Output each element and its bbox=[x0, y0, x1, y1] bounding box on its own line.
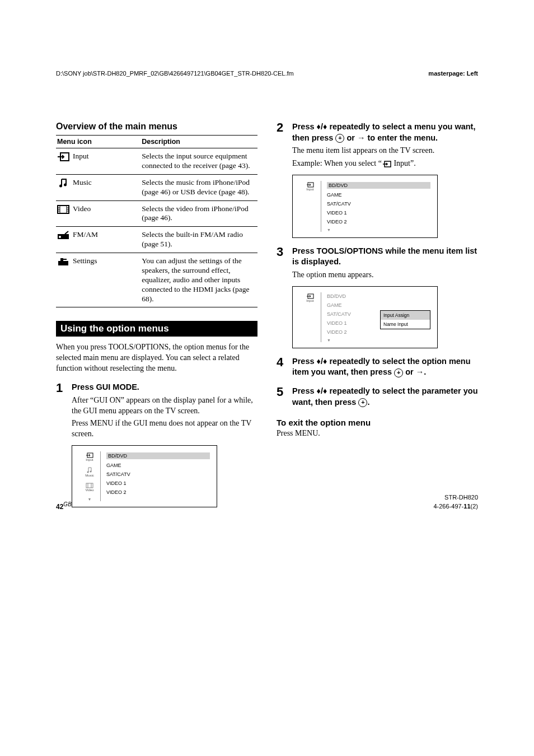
up-down-icon: ♦/♦ bbox=[317, 122, 327, 131]
exit-body: Press MENU. bbox=[277, 428, 478, 439]
table-row: Settings You can adjust the settings of … bbox=[56, 253, 257, 307]
page-number: 42GB bbox=[56, 501, 72, 511]
step-number: 1 bbox=[56, 382, 66, 440]
option-popup: Input Assign Name Input bbox=[380, 310, 430, 329]
input-icon bbox=[57, 152, 69, 162]
step-4: 4 Press ♦/♦ repeatedly to select the opt… bbox=[277, 356, 478, 378]
row-name: Video bbox=[73, 204, 91, 214]
svg-rect-14 bbox=[58, 261, 68, 265]
gui-screenshot-1: Input Music Video ▼ BD/DVD GAME SAT/CATV… bbox=[72, 445, 217, 507]
option-menus-intro: When you press TOOLS/OPTIONS, the option… bbox=[56, 342, 257, 374]
plus-icon: + bbox=[358, 398, 367, 407]
plus-icon: + bbox=[394, 368, 403, 377]
step-5: 5 Press ♦/♦ repeatedly to select the par… bbox=[277, 386, 478, 408]
menu-table: Menu icon Description Input Selects the … bbox=[56, 135, 257, 307]
gui-screenshot-3: Input BD/DVD GAME SAT/CATV VIDEO 1 VIDEO… bbox=[292, 286, 438, 348]
svg-point-18 bbox=[90, 471, 91, 473]
step-number: 5 bbox=[277, 386, 287, 408]
up-down-icon: ♦/♦ bbox=[317, 386, 327, 395]
row-name: Settings bbox=[73, 256, 97, 266]
step-number: 3 bbox=[277, 246, 287, 281]
step-head: Press ♦/♦ repeatedly to select the optio… bbox=[292, 356, 478, 378]
header-path: D:\SONY job\STR-DH820_PMRF_02\GB\4266497… bbox=[56, 70, 294, 77]
row-name: Input bbox=[73, 152, 89, 161]
music-icon bbox=[57, 178, 69, 188]
row-desc: You can adjust the settings of the speak… bbox=[140, 253, 257, 307]
step-head: Press ♦/♦ repeatedly to select a menu yo… bbox=[292, 122, 478, 143]
exit-title: To exit the option menu bbox=[277, 418, 478, 427]
th-icon: Menu icon bbox=[56, 136, 140, 148]
svg-point-13 bbox=[59, 236, 61, 238]
table-row: Video Selects the video from iPhone/iPod… bbox=[56, 200, 257, 227]
step-text: After “GUI ON” appears on the display pa… bbox=[72, 395, 257, 417]
step-head: Press ♦/♦ repeatedly to select the param… bbox=[292, 386, 478, 408]
step-text: The option menu appears. bbox=[292, 270, 478, 281]
row-name: FM/AM bbox=[73, 230, 98, 240]
up-down-icon: ♦/♦ bbox=[317, 357, 327, 366]
settings-icon bbox=[57, 256, 69, 267]
video-icon bbox=[57, 204, 69, 214]
footer-code: STR-DH820 4-266-497-11(2) bbox=[433, 493, 478, 511]
gui-screenshot-2: Input BD/DVD GAME SAT/CATV VIDEO 1 VIDEO… bbox=[292, 175, 438, 238]
svg-rect-19 bbox=[86, 483, 93, 488]
th-desc: Description bbox=[140, 136, 257, 148]
plus-icon: + bbox=[335, 134, 344, 143]
step-head: Press GUI MODE. bbox=[72, 382, 257, 393]
step-text: Press MENU if the GUI menu does not appe… bbox=[72, 418, 257, 440]
overview-title: Overview of the main menus bbox=[56, 122, 257, 132]
fmam-icon bbox=[57, 230, 69, 240]
row-desc: Selects the video from iPhone/iPod (page… bbox=[140, 200, 257, 227]
row-name: Music bbox=[73, 178, 92, 188]
svg-rect-15 bbox=[60, 258, 63, 261]
table-row: Input Selects the input source equipment… bbox=[56, 148, 257, 175]
step-3: 3 Press TOOLS/OPTIONS while the menu ite… bbox=[277, 246, 478, 281]
step-number: 4 bbox=[277, 356, 287, 378]
table-row: Music Selects the music from iPhone/iPod… bbox=[56, 174, 257, 200]
right-arrow-icon: → bbox=[416, 367, 424, 376]
row-desc: Selects the built-in FM/AM radio (page 5… bbox=[140, 227, 257, 253]
option-menus-heading: Using the option menus bbox=[56, 321, 257, 337]
header: D:\SONY job\STR-DH820_PMRF_02\GB\4266497… bbox=[56, 70, 478, 77]
row-desc: Selects the input source equipment conne… bbox=[140, 148, 257, 175]
step-2: 2 Press ♦/♦ repeatedly to select a menu … bbox=[277, 122, 478, 169]
row-desc: Selects the music from iPhone/iPod (page… bbox=[140, 174, 257, 200]
header-master: masterpage: Left bbox=[428, 70, 478, 77]
step-text: Example: When you select “ Input”. bbox=[292, 158, 478, 169]
right-arrow-icon: → bbox=[357, 133, 366, 142]
step-1: 1 Press GUI MODE. After “GUI ON” appears… bbox=[56, 382, 257, 440]
svg-point-17 bbox=[87, 472, 88, 473]
step-head: Press TOOLS/OPTIONS while the menu item … bbox=[292, 246, 478, 268]
table-row: FM/AM Selects the built-in FM/AM radio (… bbox=[56, 227, 257, 253]
step-number: 2 bbox=[277, 122, 287, 169]
input-icon bbox=[382, 161, 391, 167]
step-text: The menu item list appears on the TV scr… bbox=[292, 146, 478, 156]
svg-point-2 bbox=[64, 183, 67, 186]
